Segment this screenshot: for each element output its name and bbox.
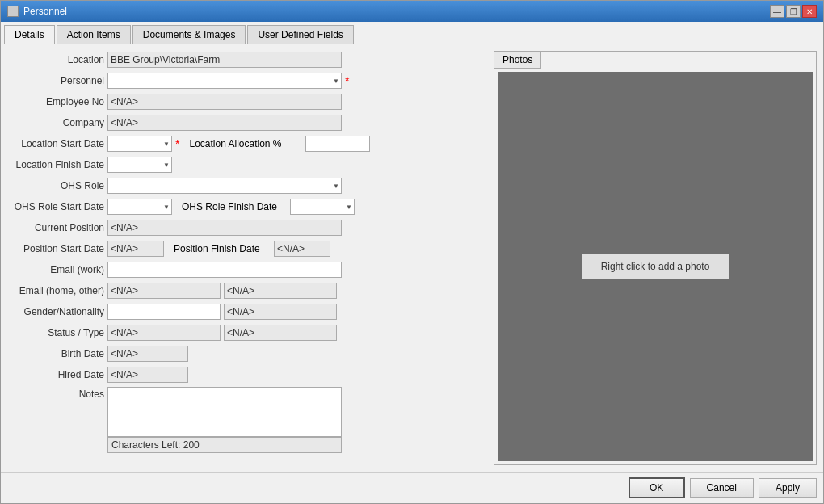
window-title: Personnel xyxy=(23,6,67,17)
position-dates-row: Position Start Date Position Finish Date xyxy=(7,240,487,258)
hired-date-label: Hired Date xyxy=(7,369,104,380)
email-home-input1[interactable] xyxy=(107,283,221,299)
gender-nationality-label: Gender/Nationality xyxy=(7,306,104,317)
notes-label: Notes xyxy=(7,387,104,400)
close-button[interactable]: ✕ xyxy=(802,5,817,18)
form-grid: Location Personnel * Employee No xyxy=(7,51,487,453)
photos-box: Photos Right click to add a photo xyxy=(494,51,817,465)
employee-no-row: Employee No xyxy=(7,93,487,111)
personnel-window: Personnel — ❐ ✕ Details Action Items Doc… xyxy=(0,0,824,504)
title-bar-left: Personnel xyxy=(7,6,67,17)
employee-no-label: Employee No xyxy=(7,96,104,107)
current-position-row: Current Position xyxy=(7,219,487,237)
nationality-input[interactable] xyxy=(224,304,337,320)
personnel-required: * xyxy=(345,74,349,87)
location-finish-row: Location Finish Date xyxy=(7,156,487,174)
position-finish-date-input[interactable] xyxy=(274,241,330,257)
restore-button[interactable]: ❐ xyxy=(786,5,801,18)
location-start-required: * xyxy=(175,137,179,150)
apply-button[interactable]: Apply xyxy=(759,478,817,498)
personnel-select[interactable] xyxy=(107,73,342,89)
notes-textarea[interactable] xyxy=(107,387,342,437)
photos-tab[interactable]: Photos xyxy=(494,52,541,69)
birth-date-input[interactable] xyxy=(107,346,188,362)
cancel-button[interactable]: Cancel xyxy=(690,478,754,498)
location-row: Location xyxy=(7,51,487,69)
location-start-row: Location Start Date * Location Allocatio… xyxy=(7,135,487,153)
company-row: Company xyxy=(7,114,487,132)
email-home-label: Email (home, other) xyxy=(7,285,104,296)
email-work-input[interactable] xyxy=(107,262,342,278)
ohs-role-row: OHS Role xyxy=(7,177,487,195)
notes-row: Notes Characters Left: 200 xyxy=(7,387,487,453)
hired-date-input[interactable] xyxy=(107,367,188,383)
ohs-role-finish-label: OHS Role Finish Date xyxy=(182,201,287,212)
ok-button[interactable]: OK xyxy=(629,477,685,498)
ohs-role-select[interactable] xyxy=(107,178,342,194)
type-input[interactable] xyxy=(224,325,337,341)
personnel-label: Personnel xyxy=(7,75,104,86)
ohs-role-finish-select[interactable] xyxy=(290,199,355,215)
main-content: Location Personnel * Employee No xyxy=(1,44,823,472)
tab-action-items[interactable]: Action Items xyxy=(57,25,131,44)
title-buttons: — ❐ ✕ xyxy=(770,5,817,18)
gender-nationality-row: Gender/Nationality xyxy=(7,303,487,321)
company-input[interactable] xyxy=(107,115,342,131)
location-allocation-input[interactable] xyxy=(305,136,370,152)
location-label: Location xyxy=(7,54,104,65)
personnel-row: Personnel * xyxy=(7,72,487,90)
position-start-date-input[interactable] xyxy=(107,241,164,257)
location-start-date-select[interactable] xyxy=(107,136,172,152)
location-finish-date-select[interactable] xyxy=(107,157,172,173)
photos-placeholder: Right click to add a photo xyxy=(582,254,729,279)
location-allocation-label: Location Allocation % xyxy=(189,138,302,149)
current-position-input[interactable] xyxy=(107,220,342,236)
ohs-role-label: OHS Role xyxy=(7,180,104,191)
ohs-dates-row: OHS Role Start Date OHS Role Finish Date xyxy=(7,198,487,216)
tab-documents-images[interactable]: Documents & Images xyxy=(132,25,246,44)
window-icon xyxy=(7,6,19,17)
current-position-label: Current Position xyxy=(7,222,104,233)
status-type-label: Status / Type xyxy=(7,327,104,338)
status-input[interactable] xyxy=(107,325,221,341)
photos-area: Right click to add a photo xyxy=(498,72,813,461)
company-label: Company xyxy=(7,117,104,128)
email-home-row: Email (home, other) xyxy=(7,282,487,300)
minimize-button[interactable]: — xyxy=(770,5,784,18)
tab-bar: Details Action Items Documents & Images … xyxy=(1,22,823,44)
position-finish-date-label: Position Finish Date xyxy=(174,243,271,254)
char-count: Characters Left: 200 xyxy=(107,437,342,453)
tab-user-defined-fields[interactable]: User Defined Fields xyxy=(247,25,353,44)
form-panel: Location Personnel * Employee No xyxy=(7,51,487,465)
location-start-date-label: Location Start Date xyxy=(7,138,104,149)
gender-input[interactable] xyxy=(107,304,221,320)
email-work-row: Email (work) xyxy=(7,261,487,279)
photos-panel: Photos Right click to add a photo xyxy=(494,51,817,465)
tab-details[interactable]: Details xyxy=(4,25,55,44)
email-work-label: Email (work) xyxy=(7,264,104,275)
title-bar: Personnel — ❐ ✕ xyxy=(1,1,823,22)
hired-date-row: Hired Date xyxy=(7,366,487,384)
status-type-row: Status / Type xyxy=(7,324,487,342)
employee-no-input[interactable] xyxy=(107,94,342,110)
location-input[interactable] xyxy=(107,52,342,68)
birth-date-row: Birth Date xyxy=(7,345,487,363)
location-finish-date-label: Location Finish Date xyxy=(7,159,104,170)
bottom-bar: OK Cancel Apply xyxy=(1,472,823,503)
email-home-input2[interactable] xyxy=(224,283,337,299)
ohs-role-start-select[interactable] xyxy=(107,199,172,215)
position-start-date-label: Position Start Date xyxy=(7,243,104,254)
birth-date-label: Birth Date xyxy=(7,348,104,359)
ohs-role-start-label: OHS Role Start Date xyxy=(7,201,104,212)
